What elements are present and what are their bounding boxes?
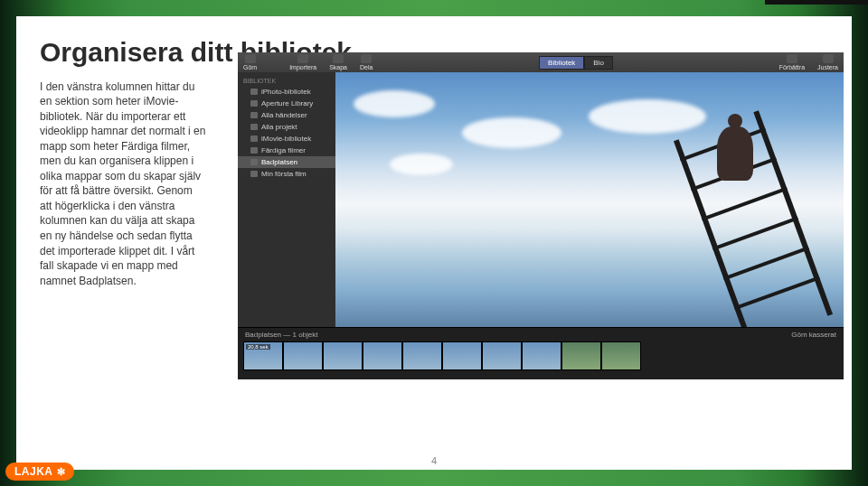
sidebar-item-label: iPhoto-bibliotek bbox=[261, 88, 311, 96]
folder-icon bbox=[250, 112, 258, 118]
clip-thumb[interactable] bbox=[601, 341, 641, 370]
clip-thumb[interactable] bbox=[363, 341, 402, 370]
star-icon: ✻ bbox=[57, 466, 66, 478]
sidebar-header: BIBLIOTEK bbox=[238, 76, 335, 86]
sidebar-item[interactable]: Aperture Library bbox=[238, 98, 335, 109]
app-title: iMovie bbox=[0, 0, 868, 1]
clip-thumb[interactable] bbox=[283, 341, 323, 370]
clip-thumb[interactable] bbox=[482, 341, 522, 370]
folder-icon bbox=[250, 159, 258, 165]
page: Organisera ditt bibliotek I den vänstra … bbox=[16, 16, 852, 470]
page-number: 4 bbox=[16, 455, 852, 466]
sidebar: BIBLIOTEK iPhoto-bibliotekAperture Libra… bbox=[238, 72, 335, 327]
view-segment[interactable]: Bibliotek Bio bbox=[539, 56, 613, 70]
strip-right-label: Göm kasserat bbox=[791, 331, 836, 339]
enhance-button[interactable]: Förbättra bbox=[779, 54, 805, 70]
sidebar-item[interactable]: Min första film bbox=[238, 168, 335, 180]
imovie-screenshot: Göm Importera Skapa Dela Bibliotek Bio F… bbox=[238, 52, 844, 379]
share-button[interactable]: Dela bbox=[360, 54, 373, 70]
seg-theater: Bio bbox=[584, 56, 613, 70]
sidebar-item-label: Alla händelser bbox=[261, 111, 307, 119]
clip-thumb[interactable] bbox=[402, 341, 442, 370]
clip-strip: Badplatsen — 1 objekt Göm kasserat 20,8 … bbox=[238, 327, 844, 379]
sidebar-item[interactable]: Alla projekt bbox=[238, 121, 335, 133]
clip-thumb[interactable] bbox=[323, 341, 363, 370]
sidebar-item-label: Badplatsen bbox=[261, 158, 297, 166]
clip-thumb[interactable] bbox=[442, 341, 482, 370]
seg-library: Bibliotek bbox=[539, 56, 584, 70]
sidebar-item-label: iMovie-bibliotek bbox=[261, 135, 311, 143]
lajka-logo: LAJKA✻ bbox=[5, 463, 74, 481]
sidebar-item-label: Färdiga filmer bbox=[261, 146, 306, 154]
create-button[interactable]: Skapa bbox=[329, 54, 347, 70]
folder-icon bbox=[250, 147, 258, 154]
clips-row: 20,8 sek bbox=[238, 341, 844, 370]
sidebar-item[interactable]: Badplatsen bbox=[238, 156, 335, 168]
sidebar-item-label: Alla projekt bbox=[261, 123, 297, 131]
sidebar-item[interactable]: iMovie-bibliotek bbox=[238, 133, 335, 145]
clip-thumb[interactable]: 20,8 sek bbox=[243, 341, 283, 370]
folder-icon bbox=[250, 89, 258, 95]
person-graphic bbox=[717, 126, 753, 181]
guide-badge: LAJKA-GUIDE bbox=[765, 0, 868, 5]
folder-icon bbox=[250, 100, 258, 107]
folder-icon bbox=[250, 124, 258, 130]
clip-thumb[interactable] bbox=[522, 341, 561, 370]
adjust-button[interactable]: Justera bbox=[817, 54, 838, 70]
import-button[interactable]: Importera bbox=[289, 54, 316, 70]
sidebar-item-label: Min första film bbox=[261, 170, 307, 178]
sidebar-item[interactable]: iPhoto-bibliotek bbox=[238, 86, 335, 98]
body-text: I den vänstra kolumnen hittar du en sekt… bbox=[40, 79, 207, 289]
sidebar-item[interactable]: Alla händelser bbox=[238, 109, 335, 121]
sidebar-item[interactable]: Färdiga filmer bbox=[238, 145, 335, 156]
strip-left-label: Badplatsen — 1 objekt bbox=[245, 331, 318, 339]
folder-icon bbox=[250, 171, 258, 177]
back-button[interactable]: Göm bbox=[243, 54, 257, 70]
toolbar: Göm Importera Skapa Dela Bibliotek Bio F… bbox=[238, 52, 844, 72]
sidebar-item-label: Aperture Library bbox=[261, 99, 313, 107]
folder-icon bbox=[250, 136, 258, 142]
preview-pane bbox=[335, 72, 844, 327]
clip-thumb[interactable] bbox=[561, 341, 601, 370]
